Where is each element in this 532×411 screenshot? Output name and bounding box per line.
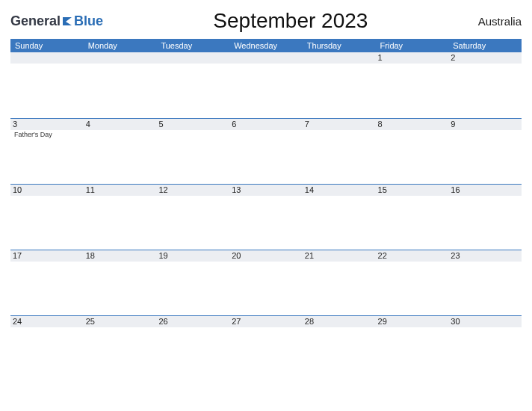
logo-text-1: General (10, 13, 61, 29)
day-number: 5 (156, 119, 229, 130)
calendar-cell: 23 (448, 250, 522, 315)
calendar-cell: 1 (376, 52, 449, 118)
logo-flag-icon (62, 14, 72, 25)
calendar-cell: 14 (303, 185, 376, 250)
calendar-week: 10111213141516 (10, 184, 522, 250)
day-number: 17 (10, 250, 84, 262)
day-number: 23 (448, 250, 522, 262)
day-number (84, 52, 157, 64)
weekday-sat: Saturday (448, 39, 522, 52)
day-number: 24 (10, 316, 84, 327)
weekday-mon: Monday (84, 39, 157, 52)
day-number: 12 (156, 185, 229, 196)
calendar-cell: 15 (376, 185, 449, 250)
day-number (156, 52, 229, 64)
calendar-header: General Blue September 2023 Australia (10, 9, 522, 33)
day-number: 30 (448, 316, 522, 327)
calendar-cell: 20 (229, 250, 303, 315)
day-number: 20 (229, 250, 303, 262)
weekday-fri: Friday (376, 39, 449, 52)
day-number: 21 (303, 250, 376, 262)
day-number: 2 (448, 52, 522, 64)
day-number: 15 (376, 185, 449, 196)
calendar-cell: 28 (303, 316, 376, 381)
calendar-region: Australia (478, 15, 522, 28)
day-number (229, 52, 303, 64)
calendar-week: 3Father's Day456789 (10, 118, 522, 184)
calendar-cell: 9 (448, 119, 522, 184)
day-number: 29 (376, 316, 449, 327)
day-number: 3 (10, 119, 84, 130)
calendar-cell: 2 (448, 52, 522, 118)
weekday-header: Sunday Monday Tuesday Wednesday Thursday… (10, 39, 522, 52)
logo: General Blue (10, 13, 103, 29)
weekday-wed: Wednesday (229, 39, 303, 52)
day-number: 14 (303, 185, 376, 196)
calendar-cell: 10 (10, 185, 84, 250)
calendar-cell: 24 (10, 316, 84, 381)
calendar-cell: 22 (376, 250, 449, 315)
day-number (10, 52, 84, 64)
calendar-cell: 6 (229, 119, 303, 184)
calendar-cell: 11 (84, 185, 157, 250)
calendar-cell (10, 52, 84, 118)
day-number: 10 (10, 185, 84, 196)
calendar-week: 12 (10, 52, 522, 118)
calendar-cell: 3Father's Day (10, 119, 84, 184)
calendar-cell: 13 (229, 185, 303, 250)
calendar-cell: 4 (84, 119, 157, 184)
calendar-week: 17181920212223 (10, 250, 522, 315)
calendar-cell (229, 52, 303, 118)
day-number: 26 (156, 316, 229, 327)
day-number: 18 (84, 250, 157, 262)
calendar-event: Father's Day (13, 131, 81, 138)
calendar-cell: 26 (156, 316, 229, 381)
day-number: 13 (229, 185, 303, 196)
calendar-cell: 30 (448, 316, 522, 381)
calendar-cell (303, 52, 376, 118)
weekday-thu: Thursday (303, 39, 376, 52)
day-number: 7 (303, 119, 376, 130)
calendar-cell: 16 (448, 185, 522, 250)
day-number: 16 (448, 185, 522, 196)
calendar-cell: 8 (376, 119, 449, 184)
calendar-cell: 17 (10, 250, 84, 315)
day-number: 6 (229, 119, 303, 130)
weekday-sun: Sunday (10, 39, 84, 52)
calendar-cell: 27 (229, 316, 303, 381)
calendar-cell (84, 52, 157, 118)
day-number: 22 (376, 250, 449, 262)
day-number: 4 (84, 119, 157, 130)
calendar-cell: 12 (156, 185, 229, 250)
day-number: 1 (376, 52, 449, 64)
calendar-cell: 5 (156, 119, 229, 184)
day-number: 28 (303, 316, 376, 327)
calendar-cell: 7 (303, 119, 376, 184)
calendar-cell: 21 (303, 250, 376, 315)
calendar-cell: 25 (84, 316, 157, 381)
day-number: 27 (229, 316, 303, 327)
calendar-cell (156, 52, 229, 118)
calendar-grid: 123Father's Day4567891011121314151617181… (10, 52, 522, 381)
day-number: 25 (84, 316, 157, 327)
calendar-cell: 18 (84, 250, 157, 315)
day-number: 9 (448, 119, 522, 130)
day-number: 19 (156, 250, 229, 262)
day-number (303, 52, 376, 64)
weekday-tue: Tuesday (156, 39, 229, 52)
calendar-cell: 19 (156, 250, 229, 315)
day-number: 8 (376, 119, 449, 130)
calendar-cell: 29 (376, 316, 449, 381)
logo-text-2: Blue (74, 13, 103, 29)
calendar-title: September 2023 (213, 9, 368, 33)
day-number: 11 (84, 185, 157, 196)
calendar-week: 24252627282930 (10, 315, 522, 381)
